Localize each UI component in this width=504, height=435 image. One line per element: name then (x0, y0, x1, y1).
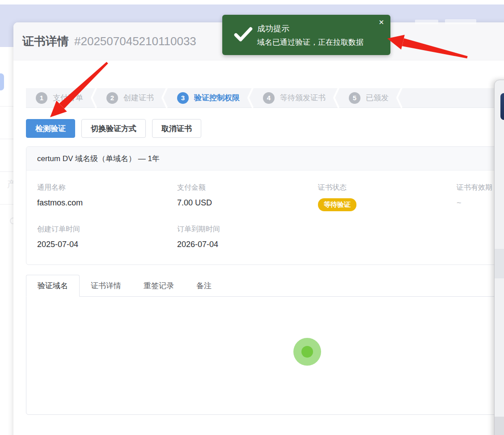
field-value: 2026-07-04 (177, 240, 318, 249)
product-title: certum DV 域名级（单域名） — 1年 (26, 147, 504, 171)
tab-resign-records[interactable]: 重签记录 (132, 275, 185, 296)
field-value: 7.00 USD (177, 198, 318, 208)
field-common-name: 通用名称 fastmos.com (37, 183, 177, 211)
step-separator (331, 88, 343, 107)
field-value: 2025-07-04 (37, 240, 177, 249)
step-number: 3 (177, 92, 189, 104)
step-create-cert: 2 创建证书 (100, 88, 159, 107)
panel-footer (495, 417, 504, 435)
background-artifact (445, 19, 476, 24)
progress-stepper: 1 支付订单 2 创建证书 3 验证控制权限 4 等待颁发证书 5 已颁发 (26, 88, 504, 108)
step-label: 等待颁发证书 (280, 93, 326, 103)
step-number: 5 (349, 92, 360, 104)
step-separator (394, 88, 406, 107)
step-label: 支付订单 (53, 93, 83, 103)
field-label: 通用名称 (37, 183, 177, 192)
background-row-divider (0, 204, 13, 205)
check-validation-button[interactable]: 检测验证 (26, 119, 75, 138)
background-row-divider (0, 106, 13, 107)
cancel-certificate-button[interactable]: 取消证书 (152, 119, 201, 138)
toast-title: 成功提示 (257, 23, 289, 34)
background-sidebar-highlight (0, 73, 4, 90)
background-artifact (415, 20, 438, 24)
tab-verify-domain[interactable]: 验证域名 (26, 275, 80, 297)
panel-section-band (495, 249, 504, 278)
success-toast: 成功提示 域名已通过验证，正在拉取数据 ✕ (222, 15, 390, 55)
field-label: 订单到期时间 (177, 225, 318, 234)
step-separator (89, 88, 100, 107)
certificate-info-body: 通用名称 fastmos.com 支付金额 7.00 USD 证书状态 等待验证… (26, 171, 504, 264)
field-label: 证书状态 (318, 183, 457, 192)
loading-spinner (293, 338, 321, 366)
field-grid-row1: 通用名称 fastmos.com 支付金额 7.00 USD 证书状态 等待验证… (37, 183, 502, 249)
modal-title: 证书详情 (22, 34, 69, 49)
certificate-detail-modal: 证书详情 #202507045210110033 1 支付订单 2 创建证书 3… (13, 22, 504, 435)
step-pay-order: 1 支付订单 (26, 88, 89, 107)
field-label: 支付金额 (177, 183, 318, 192)
switch-validation-method-button[interactable]: 切换验证方式 (81, 119, 146, 138)
field-created: 创建订单时间 2025-07-04 (37, 225, 177, 249)
background-row-divider (0, 139, 13, 139)
certificate-info-card: certum DV 域名级（单域名） — 1年 通用名称 fastmos.com… (26, 146, 504, 265)
field-amount: 支付金额 7.00 USD (177, 183, 318, 211)
step-issued: 5 已颁发 (343, 88, 394, 107)
modal-body: 1 支付订单 2 创建证书 3 验证控制权限 4 等待颁发证书 5 已颁发 (13, 88, 504, 415)
step-separator (159, 88, 171, 107)
step-number: 4 (263, 92, 275, 104)
detail-tabs: 验证域名 证书详情 重签记录 备注 (26, 275, 504, 415)
step-number: 2 (106, 92, 118, 104)
tab-cert-details[interactable]: 证书详情 (80, 275, 132, 296)
step-wait-issue: 4 等待颁发证书 (257, 88, 331, 107)
status-badge: 等待验证 (318, 198, 356, 211)
field-expires: 订单到期时间 2026-07-04 (177, 225, 318, 249)
checkmark-icon (233, 26, 254, 44)
tab-notes[interactable]: 备注 (185, 275, 223, 296)
step-label: 验证控制权限 (194, 93, 240, 103)
order-number: #202507045210110033 (74, 34, 196, 48)
right-side-panel (494, 80, 504, 435)
step-number: 1 (36, 92, 47, 104)
panel-navy-button[interactable] (500, 93, 504, 120)
step-label: 已颁发 (366, 93, 389, 103)
field-label: 创建订单时间 (37, 225, 177, 234)
action-buttons: 检测验证 切换验证方式 取消证书 (26, 119, 504, 138)
field-value: fastmos.com (37, 198, 177, 208)
step-separator (245, 88, 257, 107)
toast-message: 域名已通过验证，正在拉取数据 (257, 37, 364, 47)
tab-content-verify-domain (26, 296, 504, 415)
loading-spinner-core (301, 346, 313, 358)
field-status: 证书状态 等待验证 (318, 183, 457, 211)
close-icon[interactable]: ✕ (378, 19, 384, 26)
tabs-header: 验证域名 证书详情 重签记录 备注 (26, 275, 504, 296)
background-row-divider (0, 171, 13, 172)
step-verify-control: 3 验证控制权限 (171, 88, 245, 107)
step-label: 创建证书 (123, 93, 154, 103)
